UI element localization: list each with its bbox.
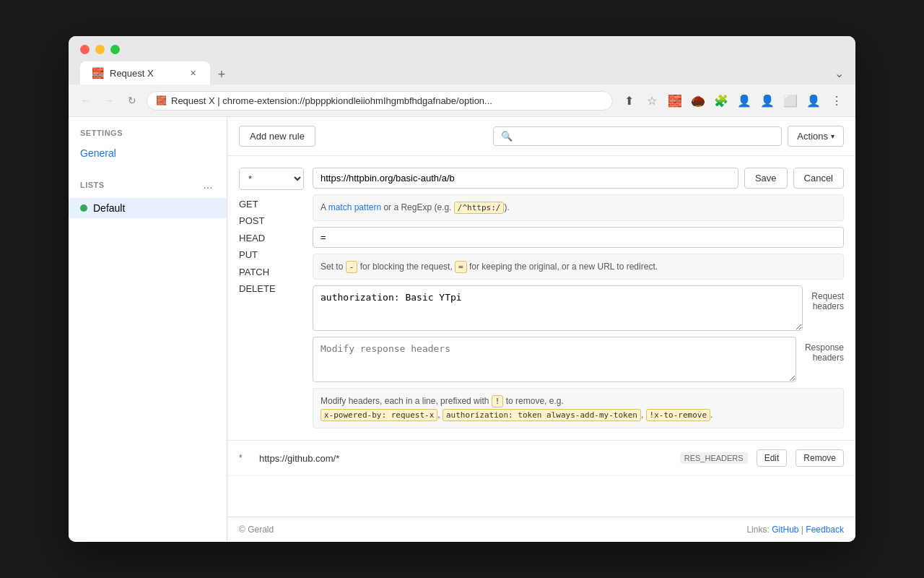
save-button[interactable]: Save	[744, 168, 788, 189]
extensions-icon[interactable]: 🧩	[711, 90, 731, 111]
example-period: .	[710, 410, 712, 420]
address-input[interactable]: 🧱 Request X | chrome-extension://pbpppki…	[147, 91, 613, 111]
tab-bar: 🧱 Request X ✕ + ⌄	[80, 61, 844, 85]
new-tab-button[interactable]: +	[212, 64, 232, 85]
extension-icon: 🧱	[156, 95, 167, 105]
method-select[interactable]: *	[239, 168, 304, 190]
response-headers-textarea[interactable]	[313, 337, 796, 382]
extension-user-icon[interactable]: 👤	[734, 90, 754, 111]
rule-type-badge: RES_HEADERS	[680, 452, 748, 464]
extension-active-icon[interactable]: 👤	[757, 90, 777, 111]
regex-example-badge: /^https:/	[454, 202, 505, 214]
panel-toolbar: Add new rule 🔍 Actions ▾	[227, 117, 855, 156]
tab-icon: 🧱	[92, 67, 104, 79]
active-tab[interactable]: 🧱 Request X ✕	[80, 61, 210, 85]
github-link[interactable]: GitHub	[772, 525, 798, 535]
footer-separator: |	[801, 525, 803, 535]
tab-list-button[interactable]: ⌄	[834, 66, 844, 85]
request-headers-row: authorization: Basic YTpi Requestheaders	[313, 285, 844, 331]
method-list: GET POST HEAD PUT PATCH DELETE	[239, 196, 304, 297]
bookmark-icon[interactable]: ☆	[642, 90, 662, 111]
share-icon[interactable]: ⬆	[619, 90, 639, 111]
example-code-1: x-powered-by: request-x	[321, 409, 437, 421]
rule-url: https://github.com/*	[259, 453, 671, 464]
request-headers-textarea[interactable]: authorization: Basic YTpi	[313, 285, 803, 331]
response-headers-row: Responseheaders	[313, 337, 844, 382]
search-box[interactable]: 🔍	[493, 126, 782, 146]
search-input[interactable]	[517, 131, 774, 142]
redirect-hint-post: for keeping the original, or a new URL t…	[467, 262, 658, 272]
lists-section-header: LISTS …	[69, 178, 227, 198]
profile-icon[interactable]: 👤	[803, 90, 824, 111]
list-status-dot	[80, 204, 87, 212]
url-hint-post: ).	[504, 202, 509, 212]
toolbar-icons: ⬆ ☆ 🧱 🌰 🧩 👤 👤 ⬜ 👤 ⋮	[619, 90, 847, 111]
url-hint-pre: A	[321, 202, 328, 212]
footer: © Gerald Links: GitHub | Feedback	[227, 517, 855, 542]
sidebar: SETTINGS General LISTS … Default	[69, 117, 227, 542]
remove-rule-button[interactable]: Remove	[796, 449, 844, 467]
method-post: POST	[239, 212, 304, 229]
headers-hint-pre: Modify headers, each in a line, prefixed…	[321, 396, 492, 406]
rule-content-column: Save Cancel A match pattern or a RegExp …	[313, 168, 844, 428]
block-badge: -	[346, 261, 358, 273]
actions-button[interactable]: Actions ▾	[788, 126, 844, 147]
rule-editor: * GET POST HEAD PUT PATCH DELETE	[227, 156, 855, 441]
close-button[interactable]	[80, 45, 90, 54]
headers-hint-mid: to remove, e.g.	[503, 396, 563, 406]
rule-method: *	[239, 453, 250, 463]
example-comma-1: ,	[437, 410, 443, 420]
response-headers-label: Responseheaders	[805, 337, 844, 363]
minimize-button[interactable]	[95, 45, 105, 54]
redirect-hint-box: Set to - for blocking the request, = for…	[313, 254, 844, 280]
copyright-text: © Gerald	[239, 525, 274, 535]
redirect-hint-pre: Set to	[321, 262, 346, 272]
redirect-input[interactable]	[313, 227, 844, 248]
add-list-button[interactable]: …	[201, 178, 215, 192]
sidebar-item-general[interactable]: General	[69, 143, 227, 163]
links-label: Links:	[746, 525, 769, 535]
footer-links: Links: GitHub | Feedback	[746, 525, 844, 535]
lists-section-title: LISTS	[80, 181, 201, 189]
headers-hint-box: Modify headers, each in a line, prefixed…	[313, 388, 844, 428]
redirect-hint-mid: for blocking the request,	[357, 262, 455, 272]
method-put: PUT	[239, 246, 304, 263]
sidebar-item-default[interactable]: Default	[69, 198, 227, 218]
title-bar: 🧱 Request X ✕ + ⌄	[69, 36, 855, 85]
method-column: * GET POST HEAD PUT PATCH DELETE	[239, 168, 304, 428]
content-area: SETTINGS General LISTS … Default Add new…	[69, 117, 855, 542]
address-text: Request X | chrome-extension://pbpppkion…	[171, 95, 603, 106]
url-row: Save Cancel	[313, 168, 844, 189]
url-hint-box: A match pattern or a RegExp (e.g. /^http…	[313, 194, 844, 221]
back-button[interactable]: ←	[77, 92, 95, 109]
actions-label: Actions	[797, 131, 828, 142]
forward-button[interactable]: →	[100, 92, 118, 109]
method-head: HEAD	[239, 230, 304, 246]
rule-list-item: * https://github.com/* RES_HEADERS Edit …	[227, 441, 855, 476]
rules-area: * GET POST HEAD PUT PATCH DELETE	[227, 156, 855, 517]
tab-close-button[interactable]: ✕	[187, 67, 199, 79]
edit-rule-button[interactable]: Edit	[757, 449, 788, 467]
menu-icon[interactable]: ⋮	[827, 90, 847, 111]
extension-brick-icon[interactable]: 🧱	[665, 90, 685, 111]
settings-section-title: SETTINGS	[69, 129, 227, 143]
feedback-link[interactable]: Feedback	[806, 525, 844, 535]
main-panel: Add new rule 🔍 Actions ▾ *	[227, 117, 855, 542]
extension-acorn-icon[interactable]: 🌰	[688, 90, 708, 111]
search-icon: 🔍	[501, 131, 513, 142]
keep-badge: =	[455, 261, 467, 273]
cancel-button[interactable]: Cancel	[793, 168, 844, 189]
method-get: GET	[239, 196, 304, 212]
traffic-lights	[80, 45, 844, 54]
maximize-button[interactable]	[110, 45, 120, 54]
sidebar-toggle-icon[interactable]: ⬜	[780, 90, 801, 111]
chevron-down-icon: ▾	[831, 132, 834, 140]
reload-button[interactable]: ↻	[123, 92, 141, 109]
url-input[interactable]	[313, 168, 738, 189]
example-code-3: !x-to-remove	[646, 409, 710, 421]
add-new-rule-button[interactable]: Add new rule	[239, 126, 315, 147]
request-headers-label: Requestheaders	[811, 285, 844, 311]
url-hint-mid: or a RegExp (e.g.	[381, 202, 454, 212]
method-patch: PATCH	[239, 264, 304, 280]
match-pattern-link[interactable]: match pattern	[328, 202, 381, 212]
